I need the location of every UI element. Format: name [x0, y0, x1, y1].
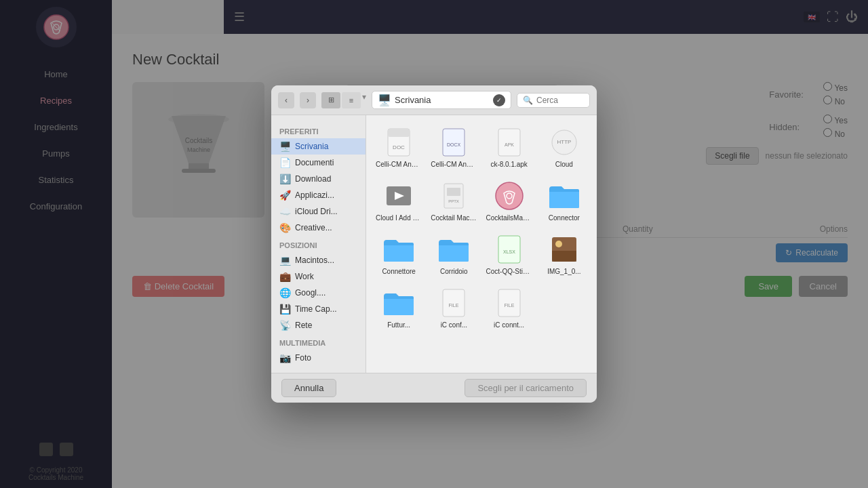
- svg-rect-21: [447, 188, 460, 196]
- location-text: Scrivania: [395, 95, 490, 105]
- location-badge: ✓: [493, 94, 505, 106]
- file-name-corridoio: Corridoio: [431, 268, 477, 275]
- timecap-icon: 💾: [279, 304, 291, 314]
- rete-icon: 📡: [279, 320, 291, 331]
- file-thumb-ic-connt: FILE: [493, 287, 526, 319]
- svg-text:DOCX: DOCX: [447, 142, 461, 147]
- search-icon: 🔍: [523, 96, 533, 105]
- download-icon: ⬇️: [279, 174, 291, 184]
- file-name-cloud: Cloud: [541, 161, 587, 168]
- sidebar-item-documenti[interactable]: 📄 Documenti: [271, 155, 366, 171]
- sidebar-item-macintos[interactable]: 💻 Macintos...: [271, 252, 366, 268]
- file-thumb-apk: APK: [493, 126, 526, 159]
- file-item-corridoio[interactable]: Corridoio: [428, 229, 479, 279]
- location-bar[interactable]: 🖥️ Scrivania ✓: [372, 91, 511, 109]
- sidebar-item-download[interactable]: ⬇️ Download: [271, 171, 366, 187]
- svg-text:XLSX: XLSX: [503, 249, 515, 254]
- icloud-icon: ☁️: [279, 206, 291, 217]
- file-item-app[interactable]: CocktailsMachine: [484, 176, 535, 226]
- file-thumb-xlsx: XLSX: [493, 233, 526, 266]
- file-name-pptx: Cocktail Machine Allegato...ev1.pptx: [431, 214, 477, 222]
- search-bar[interactable]: 🔍: [517, 93, 590, 108]
- back-button[interactable]: ‹: [278, 92, 294, 108]
- sidebar-item-creative[interactable]: 🎨 Creative...: [271, 220, 366, 236]
- file-item-cloud-video[interactable]: Cloud I Add an ingredient.m4v: [373, 176, 425, 226]
- svg-text:DOC: DOC: [393, 144, 405, 150]
- file-thumb-corridoio: [437, 233, 470, 266]
- svg-text:FILE: FILE: [449, 303, 459, 308]
- section-label-preferiti: Preferiti: [271, 122, 366, 138]
- sidebar-item-google[interactable]: 🌐 Googl....: [271, 285, 366, 301]
- creative-icon: 🎨: [279, 222, 291, 233]
- section-label-posizioni: Posizioni: [271, 236, 366, 252]
- file-name-app: CocktailsMachine: [486, 214, 532, 222]
- macintos-icon: 💻: [279, 255, 291, 266]
- file-name-xlsx: Coct-QQ-Stickers: [486, 268, 532, 275]
- svg-text:FILE: FILE: [504, 303, 514, 308]
- file-item-ic-conf[interactable]: FILE iC conf...: [428, 283, 479, 333]
- file-item-celli-cm-1[interactable]: DOC Celli-CM Announ...amente): [373, 122, 425, 172]
- sidebar-item-rete[interactable]: 📡 Rete: [271, 317, 366, 333]
- scegli-button[interactable]: Scegli per il caricamento: [465, 379, 587, 397]
- file-name-ic-conf: iC conf...: [431, 321, 477, 329]
- file-item-pptx[interactable]: PPTX Cocktail Machine Allegato...ev1.ppt…: [428, 176, 479, 226]
- file-dialog-overlay: ‹ › ⊞ ≡ ▾ 🖥️ Scrivania ✓ 🔍 Preferiti: [0, 0, 868, 488]
- sidebar-item-foto[interactable]: 📷 Foto: [271, 350, 366, 366]
- file-thumb-celli-cm-2: DOCX: [437, 126, 470, 159]
- file-name-futtur: Futtur...: [376, 321, 422, 329]
- file-item-connector[interactable]: Connector: [538, 176, 590, 226]
- scrivania-icon: 🖥️: [279, 141, 291, 152]
- svg-point-23: [496, 182, 523, 209]
- file-name-connector: Connector: [541, 214, 587, 222]
- file-name-connettore: Connettore: [376, 268, 422, 275]
- list-view-button[interactable]: ≡: [342, 92, 361, 108]
- applicazioni-icon: 🚀: [279, 190, 291, 201]
- file-thumb-connector: [548, 180, 580, 212]
- file-item-ic-connt[interactable]: FILE iC connt...: [484, 283, 535, 333]
- svg-rect-10: [388, 129, 410, 137]
- sidebar-item-icloud[interactable]: ☁️ iCloud Dri...: [271, 203, 366, 220]
- annulla-button[interactable]: Annulla: [281, 379, 336, 397]
- work-icon: 💼: [279, 271, 291, 282]
- file-grid: DOC Celli-CM Announ...amente) DOCX Celli…: [366, 115, 597, 373]
- forward-button[interactable]: ›: [300, 92, 316, 108]
- file-thumb-app: [493, 180, 526, 212]
- file-item-cloud[interactable]: HTTP Cloud: [538, 122, 590, 172]
- sidebar-item-work[interactable]: 💼 Work: [271, 268, 366, 285]
- location-icon: 🖥️: [378, 94, 391, 106]
- file-item-xlsx[interactable]: XLSX Coct-QQ-Stickers: [484, 229, 535, 279]
- sidebar-item-scrivania[interactable]: 🖥️ Scrivania: [271, 138, 366, 155]
- svg-text:PPTX: PPTX: [449, 199, 460, 203]
- icon-view-button[interactable]: ⊞: [321, 92, 340, 108]
- view-buttons: ⊞ ≡ ▾: [321, 92, 366, 108]
- file-thumb-cloud-video: [382, 180, 415, 212]
- file-item-apk[interactable]: APK ck-8.0.1.apk: [484, 122, 535, 172]
- dialog-footer: Annulla Scegli per il caricamento: [271, 373, 597, 403]
- file-item-connettore[interactable]: Connettore: [373, 229, 425, 279]
- google-icon: 🌐: [279, 287, 291, 298]
- file-item-futtur[interactable]: Futtur...: [373, 283, 425, 333]
- file-item-celli-cm-2[interactable]: DOCX Celli-CM Announ...Marcello: [428, 122, 479, 172]
- file-dialog: ‹ › ⊞ ≡ ▾ 🖥️ Scrivania ✓ 🔍 Preferiti: [271, 85, 597, 403]
- file-name-ic-connt: iC connt...: [486, 321, 532, 329]
- file-item-img[interactable]: IMG_1_0...: [538, 229, 590, 279]
- search-input[interactable]: [536, 96, 584, 105]
- dialog-body: Preferiti 🖥️ Scrivania 📄 Documenti ⬇️ Do…: [271, 115, 597, 373]
- file-thumb-celli-cm-1: DOC: [382, 126, 415, 159]
- sidebar-item-applicazioni[interactable]: 🚀 Applicazi...: [271, 187, 366, 203]
- svg-rect-28: [552, 251, 576, 262]
- view-chevron[interactable]: ▾: [362, 92, 366, 108]
- svg-text:HTTP: HTTP: [557, 139, 571, 145]
- sidebar-item-timecap[interactable]: 💾 Time Cap...: [271, 301, 366, 317]
- file-thumb-img: [548, 233, 580, 266]
- svg-text:APK: APK: [505, 142, 514, 147]
- file-thumb-cloud: HTTP: [548, 126, 580, 159]
- file-thumb-connettore: [382, 233, 415, 266]
- svg-point-29: [555, 241, 562, 247]
- file-name-cloud-video: Cloud I Add an ingredient.m4v: [376, 214, 422, 222]
- file-thumb-futtur: [382, 287, 415, 319]
- file-name-apk: ck-8.0.1.apk: [486, 161, 532, 168]
- file-thumb-pptx: PPTX: [437, 180, 470, 212]
- documenti-icon: 📄: [279, 157, 291, 168]
- dialog-toolbar: ‹ › ⊞ ≡ ▾ 🖥️ Scrivania ✓ 🔍: [271, 85, 597, 115]
